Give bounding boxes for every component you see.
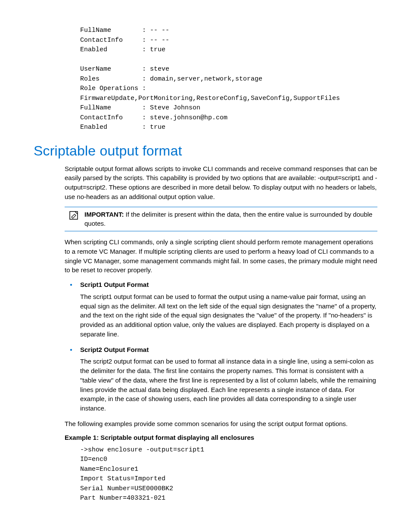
format-body: The script2 output format can be used to… (80, 357, 377, 413)
formats-list: Script1 Output Format The script1 output… (65, 280, 377, 413)
example-1-code: ->show enclosure -output=script1 ID=enc0… (80, 445, 377, 504)
intro-paragraph: Scriptable output format allows scripts … (65, 164, 377, 202)
format-title: Script1 Output Format (80, 280, 377, 289)
example-1-title: Example 1: Scriptable output format disp… (65, 434, 377, 441)
code-block-top: FullName : -- -- ContactInfo : -- -- Ena… (80, 26, 377, 133)
format-title: Script2 Output Format (80, 345, 377, 355)
list-item: Script2 Output Format The script2 output… (65, 345, 377, 413)
middle-paragraph: When scripting CLI commands, only a sing… (65, 237, 377, 275)
section-heading: Scriptable output format (34, 143, 377, 159)
important-callout: IMPORTANT: If the delimiter is present w… (65, 207, 377, 232)
list-item: Script1 Output Format The script1 output… (65, 280, 377, 339)
examples-intro: The following examples provide some comm… (65, 419, 377, 429)
callout-label: IMPORTANT: (84, 211, 124, 218)
format-body: The script1 output format can be used to… (80, 292, 377, 339)
note-icon (65, 210, 83, 223)
callout-text: If the delimiter is present within the d… (84, 211, 372, 227)
callout-body: IMPORTANT: If the delimiter is present w… (83, 210, 377, 229)
